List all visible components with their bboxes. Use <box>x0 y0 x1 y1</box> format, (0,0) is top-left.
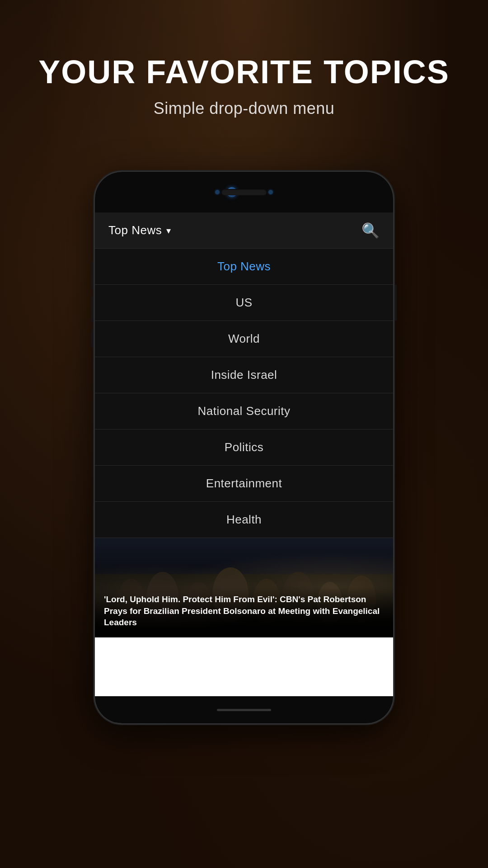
volume-up-button <box>91 262 94 289</box>
phone-device: Top News ▾ 🔍 Top News US World Inside Is… <box>95 172 393 723</box>
app-header: Top News ▾ 🔍 <box>95 212 393 249</box>
volume-down-button <box>91 296 94 323</box>
header-title: Top News <box>108 223 162 237</box>
menu-item-health[interactable]: Health <box>95 502 393 538</box>
power-button-area <box>394 285 397 321</box>
phone-top-bezel <box>95 172 393 212</box>
header-title-area[interactable]: Top News ▾ <box>108 223 171 237</box>
menu-item-national-security[interactable]: National Security <box>95 393 393 429</box>
news-card-1[interactable]: 'Lord, Uphold Him. Protect Him From Evil… <box>95 538 393 637</box>
menu-item-politics[interactable]: Politics <box>95 429 393 466</box>
menu-item-us[interactable]: US <box>95 285 393 321</box>
news-card-headline: 'Lord, Uphold Him. Protect Him From Evil… <box>104 594 384 628</box>
menu-item-label: Health <box>226 513 262 527</box>
menu-item-label: World <box>228 332 260 346</box>
power-button <box>394 285 397 321</box>
page-main-title: YOUR FAVORITE TOPICS <box>0 54 488 90</box>
sensor-dot-3 <box>268 190 273 194</box>
app-screen: Top News ▾ 🔍 Top News US World Inside Is… <box>95 212 393 696</box>
search-icon[interactable]: 🔍 <box>361 222 380 239</box>
news-card-2-preview[interactable] <box>95 637 393 696</box>
silence-button <box>91 329 94 347</box>
volume-buttons <box>91 262 94 354</box>
menu-item-label: US <box>235 296 252 310</box>
phone-frame: Top News ▾ 🔍 Top News US World Inside Is… <box>95 172 393 723</box>
menu-item-label: Top News <box>217 259 271 274</box>
phone-bottom-bezel <box>95 696 393 723</box>
home-indicator <box>217 709 271 711</box>
menu-item-world[interactable]: World <box>95 321 393 357</box>
menu-item-top-news[interactable]: Top News <box>95 249 393 285</box>
menu-item-entertainment[interactable]: Entertainment <box>95 466 393 502</box>
sensor-dot-1 <box>215 190 220 194</box>
menu-item-inside-israel[interactable]: Inside Israel <box>95 357 393 393</box>
dropdown-menu: Top News US World Inside Israel National… <box>95 249 393 538</box>
news-card-overlay: 'Lord, Uphold Him. Protect Him From Evil… <box>95 586 393 637</box>
speaker-grill <box>221 189 267 195</box>
page-header: YOUR FAVORITE TOPICS Simple drop-down me… <box>0 0 488 145</box>
menu-item-label: Inside Israel <box>211 368 277 382</box>
dropdown-chevron-icon: ▾ <box>166 225 171 236</box>
menu-item-label: Politics <box>225 440 263 454</box>
menu-item-label: National Security <box>197 404 290 418</box>
page-subtitle: Simple drop-down menu <box>0 99 488 118</box>
menu-item-label: Entertainment <box>206 476 282 491</box>
